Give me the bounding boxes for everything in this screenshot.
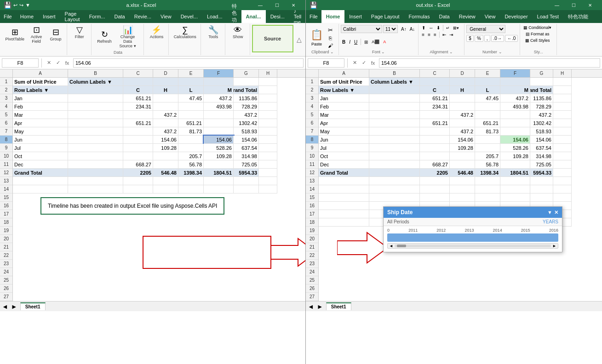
cell-a3[interactable]: Jan xyxy=(13,94,68,102)
redo-btn[interactable]: ↪ xyxy=(19,2,23,8)
font-size-select[interactable]: 11 xyxy=(383,25,398,33)
right-row-11[interactable]: 11 xyxy=(306,160,318,169)
cell-g10[interactable]: 314.98 xyxy=(234,152,259,160)
cell-c9[interactable] xyxy=(123,144,153,152)
right-tab-insert[interactable]: Insert xyxy=(344,10,367,23)
increase-size-btn[interactable]: A↑ xyxy=(400,26,408,32)
right-row-22[interactable]: 22 xyxy=(306,251,318,260)
row-num-23[interactable]: 23 xyxy=(0,260,12,268)
cell-h6[interactable] xyxy=(259,119,277,127)
cell-g3[interactable]: 1135.86 xyxy=(234,94,259,102)
cell-b1[interactable]: Column Labels ▼ xyxy=(68,78,123,86)
cell-h9[interactable] xyxy=(259,144,277,152)
right-row-27[interactable]: 27 xyxy=(306,293,318,301)
row-num-14[interactable]: 14 xyxy=(0,185,12,193)
cell-f1[interactable] xyxy=(204,78,234,86)
cell-g7[interactable]: 518.93 xyxy=(234,127,259,136)
cell-h10[interactable] xyxy=(259,152,277,160)
row-num-27[interactable]: 27 xyxy=(0,293,12,301)
merge-btn[interactable]: ⊠▾ xyxy=(452,25,460,31)
align-left-btn[interactable]: ≡ xyxy=(420,32,426,38)
format-as-table-btn[interactable]: ▤ Format as xyxy=(522,31,553,37)
right-maximize-btn[interactable]: ☐ xyxy=(565,0,582,10)
right-row-17[interactable]: 17 xyxy=(306,210,318,218)
right-cell-ref[interactable] xyxy=(308,58,344,68)
dec-decrease-btn[interactable]: ←.0 xyxy=(505,35,518,42)
col-header-f[interactable]: F xyxy=(204,69,234,77)
right-row-12[interactable]: 12 xyxy=(306,169,318,177)
left-tab-home[interactable]: Home xyxy=(16,10,38,23)
row-num-7[interactable]: 7 xyxy=(0,127,12,136)
right-cancel-btn[interactable]: ✕ xyxy=(350,59,359,67)
row-num-6[interactable]: 6 xyxy=(0,119,12,127)
col-header-h[interactable]: H xyxy=(259,69,277,77)
italic-btn[interactable]: I xyxy=(348,39,352,45)
right-row-13[interactable]: 13 xyxy=(306,177,318,185)
filter-btn[interactable]: ▽ Filter xyxy=(70,25,89,40)
row-num-21[interactable]: 21 xyxy=(0,243,12,251)
cell-d10[interactable] xyxy=(153,152,178,160)
left-tab-page[interactable]: Page Layout xyxy=(60,10,85,23)
cell-g1[interactable] xyxy=(234,78,259,86)
timeline-widget[interactable]: Ship Date ▼ ✕ All Periods YEARS xyxy=(383,206,562,252)
cell-g2[interactable]: Grand Total xyxy=(234,86,259,94)
cell-h1[interactable] xyxy=(259,78,277,86)
row-num-16[interactable]: 16 xyxy=(0,202,12,210)
right-sheet-nav-left[interactable]: ◄ xyxy=(308,303,314,310)
right-row-23[interactable]: 23 xyxy=(306,260,318,268)
right-row-4[interactable]: 4 xyxy=(306,102,318,111)
cell-f9[interactable]: 528.26 xyxy=(204,144,234,152)
align-right-btn[interactable]: ≡ xyxy=(432,32,438,38)
decrease-size-btn[interactable]: A↓ xyxy=(408,26,417,32)
cell-d11[interactable] xyxy=(153,160,178,169)
collapse-btn[interactable]: △ xyxy=(297,36,302,43)
left-formula-input[interactable] xyxy=(73,58,304,68)
timeline-slider[interactable] xyxy=(387,233,558,242)
cut-btn[interactable]: ✂ xyxy=(327,26,334,34)
right-row-19[interactable]: 19 xyxy=(306,227,318,235)
cell-b7[interactable] xyxy=(68,127,123,136)
cell-e10[interactable]: 205.7 xyxy=(178,152,204,160)
right-tab-special[interactable]: 特色功能 xyxy=(563,10,593,23)
cell-a11[interactable]: Dec xyxy=(13,160,68,169)
row-num-9[interactable]: 9 xyxy=(0,144,12,152)
right-row-16[interactable]: 16 xyxy=(306,202,318,210)
right-cell-a4[interactable]: Feb xyxy=(319,102,369,111)
right-row-8[interactable]: 8 xyxy=(306,136,318,144)
calculations-btn[interactable]: ∑ Calculations xyxy=(172,25,198,40)
cell-a10[interactable]: Oct xyxy=(13,152,68,160)
timeline-close-btn[interactable]: ✕ xyxy=(554,210,558,216)
cell-g6[interactable]: 1302.42 xyxy=(234,119,259,127)
cell-c12[interactable]: 2205 xyxy=(123,169,153,177)
cell-a9[interactable]: Jul xyxy=(13,144,68,152)
right-confirm-btn[interactable]: ✓ xyxy=(360,59,368,67)
scroll-left-btn[interactable]: ◄ xyxy=(388,244,395,248)
right-row-9[interactable]: 9 xyxy=(306,144,318,152)
right-tab-formulas[interactable]: Formulas xyxy=(404,10,435,23)
cell-d7[interactable]: 437.2 xyxy=(153,127,178,136)
cell-b2[interactable] xyxy=(68,86,123,94)
insert-function-btn[interactable]: fx xyxy=(63,59,71,67)
row-num-18[interactable]: 18 xyxy=(0,218,12,227)
row-num-11[interactable]: 11 xyxy=(0,160,12,169)
copy-btn[interactable]: ⎘ xyxy=(327,35,334,41)
bold-btn[interactable]: B xyxy=(341,39,347,45)
right-row-20[interactable]: 20 xyxy=(306,235,318,243)
right-row-26[interactable]: 26 xyxy=(306,284,318,293)
right-col-c[interactable]: C xyxy=(420,69,450,77)
confirm-formula-btn[interactable]: ✓ xyxy=(54,59,62,67)
row-num-1[interactable]: 1 xyxy=(0,78,12,86)
row-num-3[interactable]: 3 xyxy=(0,94,12,102)
right-row-14[interactable]: 14 xyxy=(306,185,318,193)
right-cell-a7[interactable]: May xyxy=(319,127,369,136)
cell-e11[interactable]: 56.78 xyxy=(178,160,204,169)
customize-btn[interactable]: ▼ xyxy=(25,2,30,8)
cell-b9[interactable] xyxy=(68,144,123,152)
right-row-1[interactable]: 1 xyxy=(306,78,318,86)
cell-e2[interactable]: L xyxy=(178,86,204,94)
align-middle-btn[interactable]: ↔ xyxy=(427,25,435,31)
cancel-formula-btn[interactable]: ✕ xyxy=(45,59,53,67)
right-cell-a11[interactable]: Dec xyxy=(319,160,369,169)
cell-h2[interactable] xyxy=(259,86,277,94)
col-header-d[interactable]: D xyxy=(153,69,178,77)
